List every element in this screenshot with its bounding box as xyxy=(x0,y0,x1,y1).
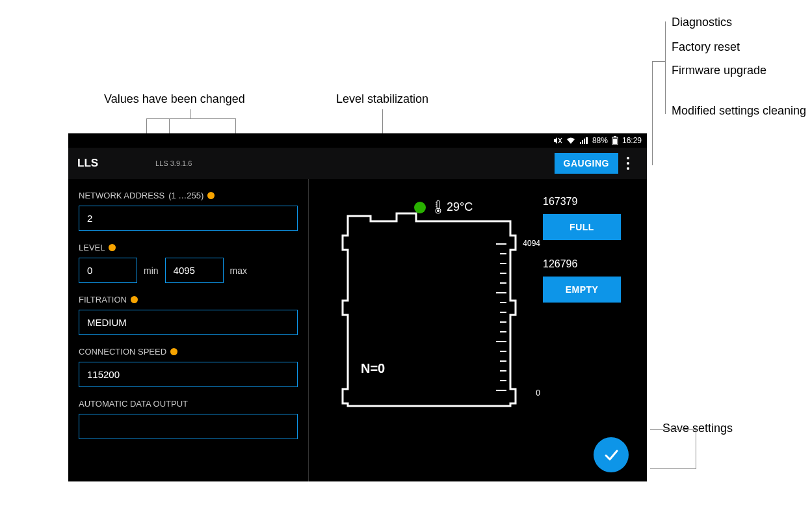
level-min-input[interactable] xyxy=(79,258,137,283)
network-address-label: NETWORK ADDRESS (1 …255) xyxy=(79,191,298,200)
level-max-label: max xyxy=(230,265,247,276)
auto-output-select[interactable] xyxy=(79,414,298,439)
level-min-label: min xyxy=(144,265,159,276)
settings-panel: NETWORK ADDRESS (1 …255) LEVEL min max F… xyxy=(68,179,309,481)
filtration-label: FILTRATION xyxy=(79,295,298,304)
empty-button[interactable]: EMPTY xyxy=(543,277,621,303)
callout-values-changed: Values have been changed xyxy=(104,92,245,106)
tank-panel: 29°С xyxy=(309,179,647,481)
mute-icon xyxy=(553,137,562,144)
signal-icon xyxy=(579,137,588,144)
more-menu-button[interactable] xyxy=(618,150,638,176)
calibration-panel: 167379 FULL 126796 EMPTY xyxy=(543,192,634,468)
android-statusbar: 88% 16:29 xyxy=(68,133,647,148)
filtration-select[interactable] xyxy=(79,310,298,335)
svg-rect-4 xyxy=(613,139,617,144)
network-address-input[interactable] xyxy=(79,206,298,231)
app-titlebar: LLS LLS 3.9.1.6 GAUGING xyxy=(68,148,647,179)
battery-percent: 88% xyxy=(592,136,608,145)
app-version: LLS 3.9.1.6 xyxy=(155,159,192,167)
connection-speed-select[interactable] xyxy=(79,362,298,387)
app-title: LLS xyxy=(77,157,98,170)
tank-n-value: N=0 xyxy=(361,361,385,376)
tank-diagram xyxy=(335,202,530,410)
changed-indicator-icon xyxy=(131,296,138,303)
gauging-button[interactable]: GAUGING xyxy=(555,153,618,174)
device-screen: 88% 16:29 LLS LLS 3.9.1.6 GAUGING NETWOR… xyxy=(68,133,647,481)
level-max-input[interactable] xyxy=(165,258,224,283)
battery-icon xyxy=(612,136,618,145)
save-settings-fab[interactable] xyxy=(594,437,629,472)
changed-indicator-icon xyxy=(109,244,116,251)
menu-diagnostics: Diagnostics xyxy=(672,16,732,29)
status-time: 16:29 xyxy=(622,136,642,145)
full-value: 167379 xyxy=(543,196,634,208)
full-button[interactable]: FULL xyxy=(543,214,621,240)
empty-value: 126796 xyxy=(543,258,634,270)
connection-speed-label: CONNECTION SPEED xyxy=(79,347,298,357)
tank-scale-max: 4094 xyxy=(523,239,540,248)
changed-indicator-icon xyxy=(207,192,215,199)
wifi-icon xyxy=(566,137,575,144)
tank-scale-min: 0 xyxy=(536,388,540,398)
changed-indicator-icon xyxy=(170,348,177,355)
svg-rect-3 xyxy=(614,136,616,137)
callout-level-stabilization: Level stabilization xyxy=(336,92,428,106)
menu-factory-reset: Factory reset xyxy=(672,40,740,54)
level-label: LEVEL xyxy=(79,243,298,252)
auto-output-label: AUTOMATIC DATA OUTPUT xyxy=(79,399,298,409)
menu-firmware-upgrade: Firmware upgrade xyxy=(672,64,766,77)
checkmark-icon xyxy=(602,446,620,464)
callout-save-settings: Save settings xyxy=(662,422,733,435)
menu-modified-cleaning: Modified settings cleaning xyxy=(672,104,806,118)
